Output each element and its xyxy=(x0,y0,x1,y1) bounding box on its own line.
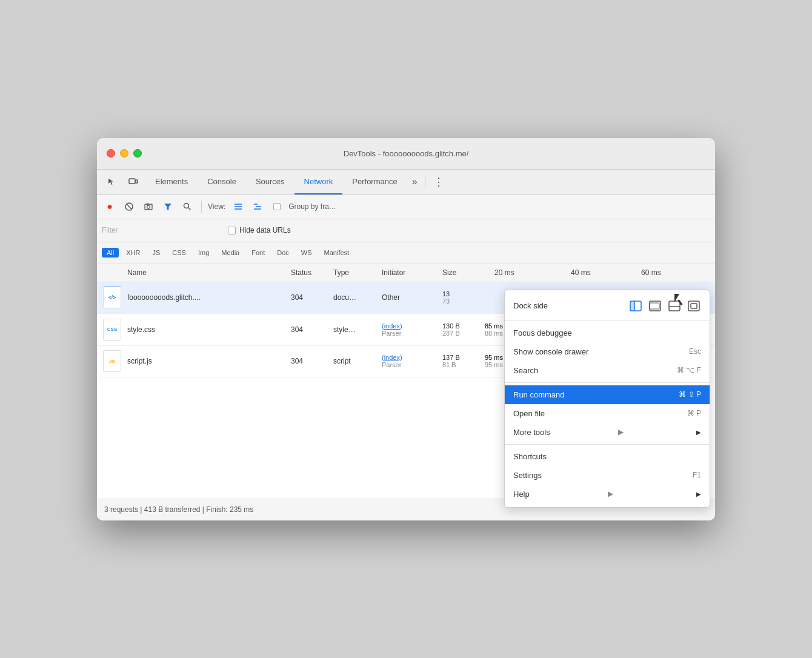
filter-doc[interactable]: Doc xyxy=(272,248,294,258)
hide-data-urls-checkbox[interactable] xyxy=(228,227,236,234)
svg-point-5 xyxy=(147,205,150,208)
tab-network[interactable]: Network xyxy=(295,169,343,194)
col-header-timeline: 20 ms 40 ms 60 ms xyxy=(485,268,715,277)
tabs-bar: Elements Console Sources Network Perform… xyxy=(97,170,715,195)
filter-xhr[interactable]: XHR xyxy=(121,248,145,258)
device-icon-btn[interactable] xyxy=(124,172,143,191)
close-button[interactable] xyxy=(107,149,115,158)
tab-performance[interactable]: Performance xyxy=(342,169,407,194)
search-button[interactable] xyxy=(179,199,195,214)
devtools-window: DevTools - fooooooooods.glitch.me/ Eleme… xyxy=(97,138,715,520)
view-label: View: xyxy=(208,202,225,211)
main-content: Name Status Type Initiator Size 20 ms 40… xyxy=(97,264,715,499)
tab-elements[interactable]: Elements xyxy=(145,169,198,194)
tree-view-button[interactable] xyxy=(250,199,265,214)
traffic-lights xyxy=(97,149,142,158)
menu-item-more-tools[interactable]: More tools ▶ xyxy=(505,423,710,442)
list-view-button[interactable] xyxy=(230,199,246,214)
dock-bottom-icon[interactable] xyxy=(667,299,682,313)
screenshot-button[interactable] xyxy=(141,199,156,214)
dock-undock-icon[interactable] xyxy=(687,299,701,313)
devtools-menu-button[interactable]: ⋮ xyxy=(430,173,447,190)
svg-line-9 xyxy=(188,208,191,210)
tabs-more-button[interactable]: » xyxy=(407,172,422,191)
filter-font[interactable]: Font xyxy=(247,248,270,258)
row-size-cell: 13 73 xyxy=(442,282,485,313)
row-filename: fooooooooods.glitch.... xyxy=(127,293,201,302)
menu-item-label: Search xyxy=(513,366,538,375)
row-status-cell: 304 xyxy=(291,314,333,345)
row-name-cell: script.js xyxy=(127,346,291,377)
menu-item-label: Help xyxy=(513,490,530,499)
status-text: 3 requests | 413 B transferred | Finish:… xyxy=(104,505,253,514)
filter-css[interactable]: CSS xyxy=(167,248,191,258)
menu-item-shortcut: ▶ xyxy=(608,490,613,498)
group-by-frame-label: Group by fra… xyxy=(288,202,336,211)
row-initiator-cell: Other xyxy=(382,282,442,313)
menu-item-label: Settings xyxy=(513,471,542,480)
cursor-icon-btn[interactable] xyxy=(102,172,121,191)
svg-rect-1 xyxy=(136,180,138,183)
menu-item-shortcut: F1 xyxy=(693,471,701,479)
dock-side-section: Dock side xyxy=(505,294,710,318)
row-type-cell: docu… xyxy=(333,282,382,313)
row-initiator-cell: (index) Parser xyxy=(382,314,442,345)
filter-ws[interactable]: WS xyxy=(296,248,317,258)
col-header-name: Name xyxy=(97,268,291,277)
menu-item-label: Focus debuggee xyxy=(513,328,572,337)
minimize-button[interactable] xyxy=(120,149,128,158)
svg-rect-23 xyxy=(688,301,699,311)
title-bar: DevTools - fooooooooods.glitch.me/ xyxy=(97,138,715,170)
row-filename: script.js xyxy=(127,357,152,365)
menu-item-label: Shortcuts xyxy=(513,452,547,461)
filter-button[interactable] xyxy=(160,199,176,214)
menu-item-label: More tools xyxy=(513,428,550,437)
menu-item-show-console[interactable]: Show console drawer Esc xyxy=(505,342,710,361)
filter-input-placeholder[interactable]: Filter xyxy=(102,226,223,234)
resource-type-filters: All XHR JS CSS Img Media Font Doc WS Man… xyxy=(97,242,715,264)
menu-divider-1 xyxy=(505,321,710,321)
filter-all[interactable]: All xyxy=(102,248,119,258)
row-name-cell: style.css xyxy=(127,314,291,345)
row-size-cell: 130 B 287 B xyxy=(442,314,485,345)
maximize-button[interactable] xyxy=(133,149,142,158)
menu-item-shortcut: ⌘ P xyxy=(687,409,701,417)
css-file-icon: CSS xyxy=(103,319,121,341)
menu-item-search[interactable]: Search ⌘ ⌥ F xyxy=(505,361,710,380)
row-name-cell: fooooooooods.glitch.... xyxy=(127,282,291,313)
menu-item-label: Show console drawer xyxy=(513,347,588,356)
tab-console[interactable]: Console xyxy=(198,169,246,194)
dock-right-icon[interactable] xyxy=(648,299,662,313)
dock-icons-group xyxy=(628,299,701,313)
row-type-cell: script xyxy=(333,346,382,377)
dock-left-icon[interactable] xyxy=(628,299,643,313)
menu-item-focus-debuggee[interactable]: Focus debuggee xyxy=(505,324,710,342)
col-header-status: Status xyxy=(291,268,333,277)
filter-img[interactable]: Img xyxy=(193,248,214,258)
menu-item-shortcut: Esc xyxy=(689,347,701,356)
filter-manifest[interactable]: Manifest xyxy=(319,248,354,258)
svg-point-8 xyxy=(184,204,189,208)
record-button[interactable]: ● xyxy=(102,199,118,214)
col-header-initiator: Initiator xyxy=(382,268,442,277)
menu-item-shortcut: ⌘ ⇧ P xyxy=(679,390,701,399)
tab-sources[interactable]: Sources xyxy=(246,169,295,194)
menu-item-help[interactable]: Help ▶ xyxy=(505,485,710,503)
col-header-size: Size xyxy=(442,268,485,277)
clear-button[interactable] xyxy=(121,199,137,214)
row-icon-css: CSS xyxy=(97,314,127,345)
devtools-dropdown-menu: Dock side xyxy=(504,290,710,508)
group-frame-checkbox[interactable] xyxy=(269,199,285,214)
filter-js[interactable]: JS xyxy=(147,248,165,258)
row-type-cell: style… xyxy=(333,314,382,345)
svg-rect-19 xyxy=(650,301,661,311)
filter-media[interactable]: Media xyxy=(216,248,244,258)
row-status-cell: 304 xyxy=(291,346,333,377)
window-title: DevTools - fooooooooods.glitch.me/ xyxy=(344,149,469,158)
toolbar-sep-1 xyxy=(201,201,202,213)
filter-bar: Filter Hide data URLs xyxy=(97,219,715,242)
menu-item-open-file[interactable]: Open file ⌘ P xyxy=(505,404,710,423)
menu-item-settings[interactable]: Settings F1 xyxy=(505,466,710,485)
menu-item-run-command[interactable]: Run command ⌘ ⇧ P xyxy=(505,385,710,404)
menu-item-shortcuts[interactable]: Shortcuts xyxy=(505,447,710,466)
